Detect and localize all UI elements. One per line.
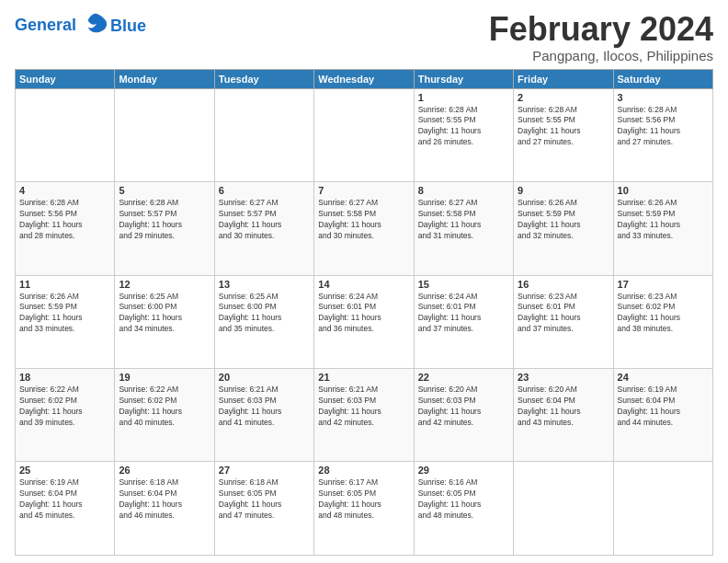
day-info: Sunrise: 6:22 AM Sunset: 6:02 PM Dayligh… (119, 385, 210, 429)
calendar-header-wednesday: Wednesday (314, 69, 414, 88)
logo: General Blue (15, 15, 146, 37)
logo-blue: Blue (110, 17, 146, 36)
calendar-cell: 22Sunrise: 6:20 AM Sunset: 6:03 PM Dayli… (414, 369, 513, 462)
day-number: 23 (518, 372, 609, 383)
day-number: 18 (19, 372, 110, 383)
calendar-cell (115, 88, 214, 181)
calendar-cell: 9Sunrise: 6:26 AM Sunset: 5:59 PM Daylig… (514, 182, 613, 275)
calendar-week-5: 25Sunrise: 6:19 AM Sunset: 6:04 PM Dayli… (16, 462, 713, 556)
day-info: Sunrise: 6:17 AM Sunset: 6:05 PM Dayligh… (318, 477, 409, 522)
calendar-table: SundayMondayTuesdayWednesdayThursdayFrid… (15, 69, 713, 556)
day-info: Sunrise: 6:23 AM Sunset: 6:02 PM Dayligh… (618, 292, 709, 336)
day-number: 25 (19, 465, 110, 476)
calendar-cell: 24Sunrise: 6:19 AM Sunset: 6:04 PM Dayli… (613, 369, 712, 462)
calendar-cell: 27Sunrise: 6:18 AM Sunset: 6:05 PM Dayli… (214, 462, 313, 556)
title-block: February 2024 Pangpang, Ilocos, Philippi… (489, 11, 713, 63)
day-info: Sunrise: 6:23 AM Sunset: 6:01 PM Dayligh… (518, 292, 609, 336)
day-number: 16 (518, 279, 609, 290)
calendar-cell: 7Sunrise: 6:27 AM Sunset: 5:58 PM Daylig… (314, 182, 414, 275)
calendar-cell: 10Sunrise: 6:26 AM Sunset: 5:59 PM Dayli… (613, 182, 712, 275)
day-number: 28 (318, 465, 409, 476)
calendar-cell: 6Sunrise: 6:27 AM Sunset: 5:57 PM Daylig… (214, 182, 313, 275)
calendar-cell: 14Sunrise: 6:24 AM Sunset: 6:01 PM Dayli… (314, 275, 414, 368)
logo-general: General (15, 16, 76, 34)
day-number: 26 (119, 465, 210, 476)
calendar-cell (314, 88, 414, 181)
calendar-cell: 13Sunrise: 6:25 AM Sunset: 6:00 PM Dayli… (214, 275, 313, 368)
calendar-cell: 29Sunrise: 6:16 AM Sunset: 6:05 PM Dayli… (414, 462, 513, 556)
day-info: Sunrise: 6:25 AM Sunset: 6:00 PM Dayligh… (119, 292, 210, 336)
logo-bird-icon (83, 11, 108, 37)
calendar-cell: 11Sunrise: 6:26 AM Sunset: 5:59 PM Dayli… (16, 275, 115, 368)
day-number: 3 (618, 92, 709, 103)
calendar-week-3: 11Sunrise: 6:26 AM Sunset: 5:59 PM Dayli… (16, 275, 713, 368)
day-info: Sunrise: 6:28 AM Sunset: 5:56 PM Dayligh… (19, 198, 110, 242)
calendar-cell (16, 88, 115, 181)
day-number: 10 (618, 185, 709, 196)
day-info: Sunrise: 6:19 AM Sunset: 6:04 PM Dayligh… (19, 477, 110, 522)
calendar-cell: 16Sunrise: 6:23 AM Sunset: 6:01 PM Dayli… (514, 275, 613, 368)
day-info: Sunrise: 6:26 AM Sunset: 5:59 PM Dayligh… (618, 198, 709, 242)
day-info: Sunrise: 6:18 AM Sunset: 6:04 PM Dayligh… (119, 477, 210, 522)
day-info: Sunrise: 6:27 AM Sunset: 5:57 PM Dayligh… (219, 198, 310, 242)
calendar-cell: 20Sunrise: 6:21 AM Sunset: 6:03 PM Dayli… (214, 369, 313, 462)
day-info: Sunrise: 6:19 AM Sunset: 6:04 PM Dayligh… (618, 385, 709, 429)
day-number: 17 (618, 279, 709, 290)
day-number: 12 (119, 279, 210, 290)
calendar-title: February 2024 (489, 11, 713, 48)
day-number: 29 (418, 465, 509, 476)
day-info: Sunrise: 6:18 AM Sunset: 6:05 PM Dayligh… (219, 477, 310, 522)
calendar-cell: 23Sunrise: 6:20 AM Sunset: 6:04 PM Dayli… (514, 369, 613, 462)
day-number: 1 (418, 92, 509, 103)
day-number: 9 (518, 185, 609, 196)
day-number: 5 (119, 185, 210, 196)
calendar-header-row: SundayMondayTuesdayWednesdayThursdayFrid… (16, 69, 713, 88)
day-info: Sunrise: 6:20 AM Sunset: 6:03 PM Dayligh… (418, 385, 509, 429)
calendar-cell: 4Sunrise: 6:28 AM Sunset: 5:56 PM Daylig… (16, 182, 115, 275)
page: General Blue February 2024 Pangpang, Ilo… (0, 0, 728, 563)
day-number: 7 (318, 185, 409, 196)
calendar-week-2: 4Sunrise: 6:28 AM Sunset: 5:56 PM Daylig… (16, 182, 713, 275)
calendar-cell: 19Sunrise: 6:22 AM Sunset: 6:02 PM Dayli… (115, 369, 214, 462)
day-number: 22 (418, 372, 509, 383)
day-info: Sunrise: 6:28 AM Sunset: 5:55 PM Dayligh… (518, 105, 609, 149)
day-info: Sunrise: 6:28 AM Sunset: 5:56 PM Dayligh… (618, 105, 709, 149)
calendar-week-1: 1Sunrise: 6:28 AM Sunset: 5:55 PM Daylig… (16, 88, 713, 181)
day-number: 11 (19, 279, 110, 290)
calendar-cell: 1Sunrise: 6:28 AM Sunset: 5:55 PM Daylig… (414, 88, 513, 181)
day-info: Sunrise: 6:24 AM Sunset: 6:01 PM Dayligh… (318, 292, 409, 336)
day-info: Sunrise: 6:22 AM Sunset: 6:02 PM Dayligh… (19, 385, 110, 429)
day-info: Sunrise: 6:24 AM Sunset: 6:01 PM Dayligh… (418, 292, 509, 336)
calendar-cell (613, 462, 712, 556)
day-number: 27 (219, 465, 310, 476)
day-info: Sunrise: 6:25 AM Sunset: 6:00 PM Dayligh… (219, 292, 310, 336)
calendar-cell: 28Sunrise: 6:17 AM Sunset: 6:05 PM Dayli… (314, 462, 414, 556)
calendar-cell: 8Sunrise: 6:27 AM Sunset: 5:58 PM Daylig… (414, 182, 513, 275)
day-info: Sunrise: 6:27 AM Sunset: 5:58 PM Dayligh… (318, 198, 409, 242)
day-info: Sunrise: 6:28 AM Sunset: 5:57 PM Dayligh… (119, 198, 210, 242)
day-info: Sunrise: 6:21 AM Sunset: 6:03 PM Dayligh… (318, 385, 409, 429)
calendar-header-monday: Monday (115, 69, 214, 88)
calendar-cell: 5Sunrise: 6:28 AM Sunset: 5:57 PM Daylig… (115, 182, 214, 275)
calendar-week-4: 18Sunrise: 6:22 AM Sunset: 6:02 PM Dayli… (16, 369, 713, 462)
calendar-cell: 12Sunrise: 6:25 AM Sunset: 6:00 PM Dayli… (115, 275, 214, 368)
day-number: 4 (19, 185, 110, 196)
day-info: Sunrise: 6:26 AM Sunset: 5:59 PM Dayligh… (518, 198, 609, 242)
day-number: 2 (518, 92, 609, 103)
day-number: 20 (219, 372, 310, 383)
day-number: 24 (618, 372, 709, 383)
calendar-cell (514, 462, 613, 556)
calendar-cell: 3Sunrise: 6:28 AM Sunset: 5:56 PM Daylig… (613, 88, 712, 181)
day-number: 8 (418, 185, 509, 196)
day-number: 21 (318, 372, 409, 383)
calendar-cell (214, 88, 313, 181)
day-info: Sunrise: 6:21 AM Sunset: 6:03 PM Dayligh… (219, 385, 310, 429)
calendar-header-sunday: Sunday (16, 69, 115, 88)
day-number: 6 (219, 185, 310, 196)
day-info: Sunrise: 6:26 AM Sunset: 5:59 PM Dayligh… (19, 292, 110, 336)
calendar-cell: 21Sunrise: 6:21 AM Sunset: 6:03 PM Dayli… (314, 369, 414, 462)
calendar-cell: 18Sunrise: 6:22 AM Sunset: 6:02 PM Dayli… (16, 369, 115, 462)
day-info: Sunrise: 6:16 AM Sunset: 6:05 PM Dayligh… (418, 477, 509, 522)
day-info: Sunrise: 6:27 AM Sunset: 5:58 PM Dayligh… (418, 198, 509, 242)
calendar-cell: 25Sunrise: 6:19 AM Sunset: 6:04 PM Dayli… (16, 462, 115, 556)
